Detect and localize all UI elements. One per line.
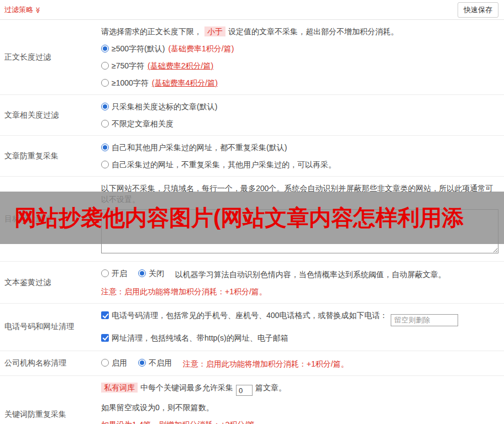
radio-unchecked-icon[interactable] bbox=[101, 161, 109, 168]
line1-text-after: 篇文章。 bbox=[255, 383, 286, 392]
length-option-500[interactable]: ≥500字符(默认) (基础费率1积分/篇) bbox=[101, 43, 498, 54]
company-clean-options: 启用 不启用 注意：启用此功能将增加积分消耗：+1积分/篇。 bbox=[101, 357, 498, 369]
option-fee-note: (基础费率1积分/篇) bbox=[168, 43, 234, 54]
option-text: 开启 bbox=[112, 268, 127, 279]
porn-filter-note: 注意：启用此功能将增加积分消耗：+1积分/篇。 bbox=[101, 286, 498, 297]
radio-checked-icon[interactable] bbox=[101, 45, 109, 52]
radio-checked-icon[interactable] bbox=[138, 359, 146, 367]
option-text: 自己采集过的网址，不重复采集，其他用户采集过的，可以再采。 bbox=[112, 159, 336, 170]
radio-checked-icon[interactable] bbox=[138, 269, 146, 277]
watermark-text: 网站抄袭他内容图片(网站文章内容怎样利用添 bbox=[14, 203, 464, 233]
length-option-1000[interactable]: ≥1000字符 (基础费率4积分/篇) bbox=[101, 77, 498, 88]
dedup-filter-label: 文章防重复采集 bbox=[0, 136, 97, 176]
option-text: 不启用 bbox=[149, 357, 172, 368]
line3-underlined: 如果设为1-4篇 bbox=[101, 420, 151, 424]
keyword-limit-line2: 如果留空或设为0，则不限篇数。 bbox=[101, 402, 498, 413]
option-text: 自己和其他用户采集过的网址，都不重复采集(默认) bbox=[112, 142, 287, 153]
option-text: 不限定文章相关度 bbox=[112, 118, 174, 129]
radio-checked-icon[interactable] bbox=[101, 144, 109, 151]
row-phone-url-clean: 电话号码和网址清理 电话号码清理，包括常见的手机号、座机号、400电话格式，或替… bbox=[0, 304, 504, 351]
quick-save-button[interactable]: 快速保存 bbox=[458, 2, 498, 18]
line1-text: 中每个关键词最多允许采集 bbox=[140, 383, 233, 392]
private-lexicon-highlight: 私有词库 bbox=[101, 383, 138, 393]
chevron-down-icon: ≫ bbox=[34, 7, 41, 13]
option-text: 电话号码清理，包括常见的手机号、座机号、400电话格式，或替换成如下电话： bbox=[112, 310, 387, 321]
porn-filter-options: 开启 关闭 以机器学习算法自动识别色情内容，当色情概率达到系统阈值，自动屏蔽文章… bbox=[101, 268, 498, 280]
phone-clean-label: 电话号码和网址清理 bbox=[0, 304, 97, 351]
phone-replace-input[interactable] bbox=[391, 314, 458, 326]
radio-unchecked-icon[interactable] bbox=[101, 269, 109, 277]
company-clean-content: 启用 不启用 注意：启用此功能将增加积分消耗：+1积分/篇。 bbox=[97, 351, 504, 375]
radio-unchecked-icon[interactable] bbox=[101, 359, 109, 367]
option-text: 关闭 bbox=[149, 268, 164, 279]
radio-unchecked-icon[interactable] bbox=[101, 62, 109, 70]
relevance-filter-content: 只采集相关度达标的文章(默认) 不限定文章相关度 bbox=[97, 95, 504, 135]
radio-checked-icon[interactable] bbox=[101, 103, 109, 110]
keyword-limit-line1: 私有词库中每个关键词最多允许采集篇文章。 bbox=[101, 382, 498, 396]
row-porn-filter: 文本鉴黄过滤 开启 关闭 以机器学习算法自动识别色情内容，当色情概率达到系统阈值… bbox=[0, 262, 504, 304]
keyword-limit-line3: 如果设为1-4篇，则增加积分消耗：+2积分/篇。 bbox=[101, 419, 498, 424]
row-keyword-limit: 关键词防重复采集 私有词库中每个关键词最多允许采集篇文章。 如果留空或设为0，则… bbox=[0, 376, 504, 424]
relevance-filter-label: 文章相关度过滤 bbox=[0, 95, 97, 135]
phone-clean-line: 电话号码清理，包括常见的手机号、座机号、400电话格式，或替换成如下电话： bbox=[101, 310, 498, 326]
keyword-limit-label: 关键词防重复采集 bbox=[0, 376, 97, 424]
less-than-highlight: 小于 bbox=[204, 26, 225, 36]
option-text: ≥750字符 bbox=[112, 60, 144, 71]
relevance-option-strict[interactable]: 只采集相关度达标的文章(默认) bbox=[101, 101, 498, 112]
intro-text-before: 请选择需求的正文长度下限， bbox=[101, 27, 202, 36]
radio-unchecked-icon[interactable] bbox=[101, 120, 109, 128]
top-bar: 过滤策略≫ 快速保存 bbox=[0, 0, 504, 20]
url-clean-line: 网址清理，包括纯域名、带http(s)的网址、电子邮箱 bbox=[101, 332, 498, 344]
phone-clean-content: 电话号码清理，包括常见的手机号、座机号、400电话格式，或替换成如下电话： 网址… bbox=[97, 304, 504, 351]
company-clean-note: 注意：启用此功能将增加积分消耗：+1积分/篇。 bbox=[183, 359, 349, 368]
option-text: ≥500字符(默认) bbox=[112, 43, 165, 54]
dedup-option-global[interactable]: 自己和其他用户采集过的网址，都不重复采集(默认) bbox=[101, 142, 498, 153]
company-option-off[interactable]: 不启用 bbox=[138, 357, 172, 368]
company-clean-label: 公司机构名称清理 bbox=[0, 351, 97, 375]
porn-filter-content: 开启 关闭 以机器学习算法自动识别色情内容，当色情概率达到系统阈值，自动屏蔽文章… bbox=[97, 262, 504, 303]
length-option-750[interactable]: ≥750字符 (基础费率2积分/篇) bbox=[101, 60, 498, 71]
radio-unchecked-icon[interactable] bbox=[101, 79, 109, 87]
phone-clean-checkbox-option[interactable]: 电话号码清理，包括常见的手机号、座机号、400电话格式，或替换成如下电话： bbox=[101, 310, 387, 321]
porn-option-off[interactable]: 关闭 bbox=[138, 268, 164, 279]
row-dedup-filter: 文章防重复采集 自己和其他用户采集过的网址，都不重复采集(默认) 自己采集过的网… bbox=[0, 136, 504, 177]
porn-filter-description: 以机器学习算法自动识别色情内容，当色情概率达到系统阈值，自动屏蔽文章。 bbox=[175, 270, 446, 279]
company-option-on[interactable]: 启用 bbox=[101, 357, 127, 368]
option-text: 网址清理，包括纯域名、带http(s)的网址、电子邮箱 bbox=[112, 332, 288, 343]
intro-text-after: 设定值的文章不采集，超出部分不增加积分消耗。 bbox=[228, 27, 398, 36]
keyword-limit-content: 私有词库中每个关键词最多允许采集篇文章。 如果留空或设为0，则不限篇数。 如果设… bbox=[97, 376, 504, 424]
length-filter-intro: 请选择需求的正文长度下限，小于设定值的文章不采集，超出部分不增加积分消耗。 bbox=[101, 26, 498, 37]
line3-rest: ，则增加积分消耗：+2积分/篇。 bbox=[151, 420, 262, 424]
option-fee-note: (基础费率2积分/篇) bbox=[148, 60, 213, 71]
row-length-filter: 正文长度过滤 请选择需求的正文长度下限，小于设定值的文章不采集，超出部分不增加积… bbox=[0, 20, 504, 95]
checkbox-checked-icon[interactable] bbox=[101, 334, 109, 342]
page-title-toggle[interactable]: 过滤策略≫ bbox=[4, 5, 41, 15]
porn-filter-label: 文本鉴黄过滤 bbox=[0, 262, 97, 303]
relevance-option-any[interactable]: 不限定文章相关度 bbox=[101, 118, 498, 129]
option-text: ≥1000字符 bbox=[112, 77, 149, 88]
length-filter-label: 正文长度过滤 bbox=[0, 20, 97, 94]
row-company-clean: 公司机构名称清理 启用 不启用 注意：启用此功能将增加积分消耗：+1积分/篇。 bbox=[0, 351, 504, 376]
length-filter-content: 请选择需求的正文长度下限，小于设定值的文章不采集，超出部分不增加积分消耗。 ≥5… bbox=[97, 20, 504, 94]
dedup-option-self[interactable]: 自己采集过的网址，不重复采集，其他用户采集过的，可以再采。 bbox=[101, 159, 498, 170]
checkbox-checked-icon[interactable] bbox=[101, 311, 109, 319]
dedup-filter-content: 自己和其他用户采集过的网址，都不重复采集(默认) 自己采集过的网址，不重复采集，… bbox=[97, 136, 504, 176]
option-text: 启用 bbox=[112, 357, 127, 368]
watermark-banner: 网站抄袭他内容图片(网站文章内容怎样利用添 bbox=[0, 192, 504, 244]
option-fee-note: (基础费率4积分/篇) bbox=[152, 77, 218, 88]
option-text: 只采集相关度达标的文章(默认) bbox=[112, 101, 217, 112]
porn-option-on[interactable]: 开启 bbox=[101, 268, 127, 279]
row-relevance-filter: 文章相关度过滤 只采集相关度达标的文章(默认) 不限定文章相关度 bbox=[0, 95, 504, 136]
page-title: 过滤策略 bbox=[4, 6, 33, 14]
url-clean-checkbox-option[interactable]: 网址清理，包括纯域名、带http(s)的网址、电子邮箱 bbox=[101, 332, 288, 343]
keyword-count-input[interactable] bbox=[236, 385, 253, 396]
